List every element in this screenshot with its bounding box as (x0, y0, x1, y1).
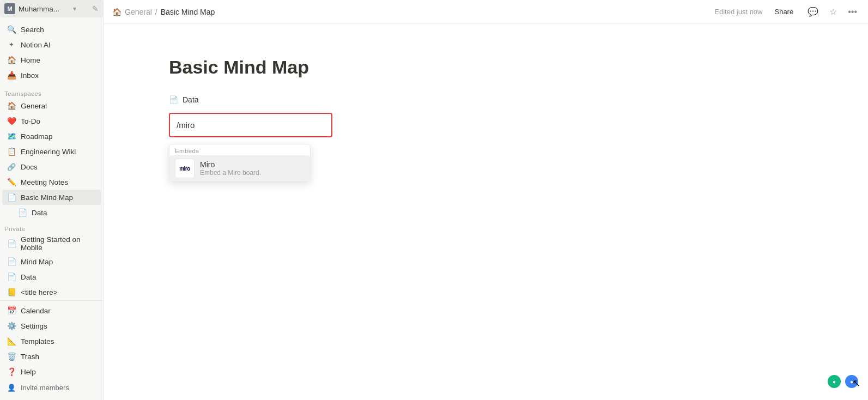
help-icon: ❓ (7, 367, 16, 377)
private-list: 📄 Getting Started on Mobile 📄 Mind Map 📄… (0, 233, 103, 300)
engineering-wiki-icon: 📋 (7, 147, 16, 156)
sidebar-item-help[interactable]: ❓ Help (2, 364, 101, 379)
dropdown-item-miro[interactable]: miro Miro Embed a Miro board. (169, 155, 310, 181)
invite-icon: 👤 (7, 383, 16, 392)
topbar: 🏠 General / Basic Mind Map Edited just n… (104, 0, 868, 24)
page-title: Basic Mind Map (169, 57, 803, 78)
command-box: /miro (169, 113, 332, 137)
breadcrumb-separator: / (155, 8, 157, 16)
data-private-icon: 📄 (7, 272, 16, 282)
data-row: 📄 Data (169, 95, 803, 104)
sidebar-item-inbox[interactable]: 📥 Inbox (2, 68, 101, 83)
sidebar-item-notion-ai[interactable]: ✦ Notion AI (2, 37, 101, 52)
teamspaces-label: Teamspaces (0, 85, 103, 98)
edit-status: Edited just now (714, 8, 762, 16)
share-button[interactable]: Share (769, 5, 799, 18)
calendar-icon: 📅 (7, 306, 16, 316)
sidebar-item-data-private[interactable]: 📄 Data (2, 269, 101, 284)
breadcrumb: 🏠 General / Basic Mind Map (112, 8, 215, 16)
page-content: Basic Mind Map 📄 Data /miro Embeds miro … (104, 24, 868, 400)
sidebar-item-search[interactable]: 🔍 Search (2, 22, 101, 37)
embed-dropdown: Embeds miro Miro Embed a Miro board. (169, 144, 311, 182)
teamspaces-list: 🏠 General ❤️ To-Do 🗺️ Roadmap 📋 Engineer… (0, 98, 103, 220)
invite-members-row[interactable]: 👤 Invite members (2, 379, 101, 396)
data-label: Data (183, 95, 199, 104)
sidebar-item-todo[interactable]: ❤️ To-Do (2, 113, 101, 129)
more-options-icon[interactable]: ••• (846, 5, 859, 19)
comment-icon[interactable]: 💬 (805, 4, 821, 19)
sidebar-item-general[interactable]: 🏠 General (2, 98, 101, 113)
docs-icon: 🔗 (7, 162, 16, 172)
workspace-avatar: M (4, 3, 15, 14)
sidebar-item-docs[interactable]: 🔗 Docs (2, 159, 101, 174)
sidebar-bottom: 📅 Calendar ⚙️ Settings 📐 Templates 🗑️ Tr… (0, 300, 103, 400)
title-here-icon: 📒 (7, 287, 16, 297)
cursor-icon: ↖ (852, 377, 860, 389)
sidebar: M Muhamma... ▾ ✎ 🔍 Search ✦ Notion AI 🏠 … (0, 0, 104, 400)
main-area: 🏠 General / Basic Mind Map Edited just n… (104, 0, 868, 400)
trash-icon: 🗑️ (7, 351, 16, 361)
miro-logo: miro (175, 159, 195, 178)
miro-item-name: Miro (200, 160, 261, 169)
mind-map-icon: 📄 (7, 257, 16, 266)
sidebar-item-title-here[interactable]: 📒 <title here> (2, 284, 101, 300)
private-label: Private (0, 220, 103, 233)
data-teamspace-icon: 📄 (17, 208, 27, 217)
sidebar-item-engineering-wiki[interactable]: 📋 Engineering Wiki (2, 144, 101, 159)
workspace-header[interactable]: M Muhamma... ▾ ✎ (0, 0, 103, 17)
star-icon[interactable]: ☆ (827, 4, 839, 19)
settings-icon: ⚙️ (7, 321, 16, 331)
notion-ai-icon: ✦ (7, 40, 16, 50)
sidebar-item-getting-started[interactable]: 📄 Getting Started on Mobile (2, 233, 101, 254)
workspace-name: M Muhamma... (4, 3, 59, 14)
search-icon: 🔍 (7, 25, 16, 34)
sidebar-item-trash[interactable]: 🗑️ Trash (2, 349, 101, 364)
home-icon: 🏠 (7, 55, 16, 65)
miro-item-info: Miro Embed a Miro board. (200, 160, 261, 177)
todo-icon: ❤️ (7, 116, 16, 126)
sidebar-item-settings[interactable]: ⚙️ Settings (2, 318, 101, 334)
sidebar-item-meeting-notes[interactable]: ✏️ Meeting Notes (2, 174, 101, 190)
avatar-1[interactable]: ● (827, 374, 842, 389)
sidebar-top: 🔍 Search ✦ Notion AI 🏠 Home 📥 Inbox (0, 17, 103, 85)
sidebar-item-home[interactable]: 🏠 Home (2, 52, 101, 68)
general-icon: 🏠 (7, 101, 16, 111)
edit-icon[interactable]: ✎ (92, 4, 99, 13)
breadcrumb-parent-icon: 🏠 (112, 8, 122, 16)
chevron-down-icon: ▾ (73, 5, 76, 13)
breadcrumb-current: Basic Mind Map (161, 8, 215, 16)
sidebar-item-data-teamspace[interactable]: 📄 Data (2, 205, 101, 220)
sidebar-item-templates[interactable]: 📐 Templates (2, 334, 101, 349)
sidebar-item-calendar[interactable]: 📅 Calendar (2, 303, 101, 318)
command-area: /miro Embeds miro Miro Embed a Miro boar… (169, 113, 803, 182)
roadmap-icon: 🗺️ (7, 131, 16, 141)
miro-item-desc: Embed a Miro board. (200, 169, 261, 177)
inbox-icon: 📥 (7, 70, 16, 80)
sidebar-item-mind-map[interactable]: 📄 Mind Map (2, 254, 101, 269)
data-row-icon: 📄 (169, 95, 178, 104)
command-input[interactable]: /miro (177, 120, 325, 130)
dropdown-section-label: Embeds (169, 144, 310, 155)
sidebar-item-roadmap[interactable]: 🗺️ Roadmap (2, 129, 101, 144)
getting-started-icon: 📄 (7, 239, 16, 249)
basic-mind-map-icon: 📄 (7, 192, 16, 202)
breadcrumb-parent[interactable]: General (125, 8, 152, 16)
templates-icon: 📐 (7, 336, 16, 346)
topbar-right: Edited just now Share 💬 ☆ ••• (714, 4, 859, 19)
sidebar-item-basic-mind-map[interactable]: 📄 Basic Mind Map (2, 190, 101, 205)
meeting-notes-icon: ✏️ (7, 177, 16, 187)
